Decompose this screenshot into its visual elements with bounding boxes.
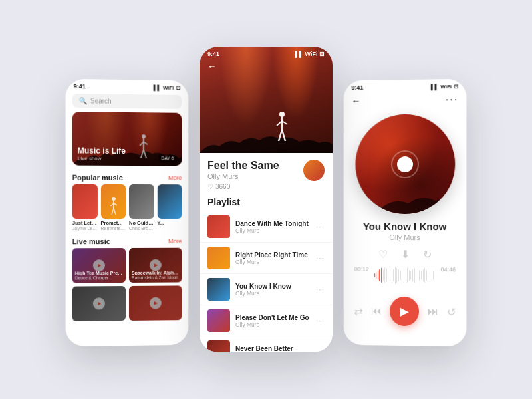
svg-point-6 [112,197,116,201]
p2-track-menu-2[interactable]: ··· [316,253,325,263]
p2-track-item-5[interactable]: Never Been Better Olly Murs ··· [200,336,332,352]
popular-music-grid: Just Let Go Jayme Lessio Prometheus Ramm… [66,184,189,235]
p2-playlist: Dance With Me Tonight Olly Murs ··· Righ… [200,211,332,352]
p3-song-title: You Know I Know [344,221,467,232]
p3-time: 9:41 [352,84,364,91]
track-name-1: Just Let Go [72,220,98,226]
svg-line-10 [112,208,114,215]
search-icon: 🔍 [79,97,87,104]
p3-back-button[interactable]: ← [352,96,361,106]
p2-track-thumb-5 [207,340,230,352]
popular-track-4[interactable]: Y... [157,184,182,231]
p3-play-button[interactable]: ▶ [390,297,420,326]
p3-prev-button[interactable]: ⏮ [371,305,382,317]
svg-line-17 [282,130,285,141]
track-artist-2: Rammstein & [100,226,126,231]
p2-time: 9:41 [207,51,219,57]
phone-now-playing-screen: 9:41 ▌▌WiFi⊡ ← ··· You [344,79,467,346]
p2-track-item-3[interactable]: You Know I Know Olly Murs ··· [200,274,332,305]
p2-track-thumb-4 [207,309,230,332]
p2-track-name-2: Right Place Right Time [235,251,311,259]
p2-track-name-1: Dance With Me Tonight [235,220,311,227]
p2-track-menu-4[interactable]: ··· [316,316,325,325]
p2-track-name-3: You Know I Know [235,283,311,290]
track-name-3: No Guidance [129,220,154,226]
popular-more-btn[interactable]: More [168,174,182,181]
p3-share-icon[interactable]: ↻ [423,248,432,261]
p3-header: ← ··· [344,91,467,110]
p3-like-icon[interactable]: ♡ [378,248,388,261]
p2-track-artist-1: Olly Murs [235,227,311,234]
live-event-1[interactable]: ▶ High Tea Music Presents Deuce & Charge… [72,248,126,283]
live-event-2[interactable]: ▶ Spacewalk In: Alpha Cen Rammstein & Za… [129,248,182,283]
track-name-4: Y... [157,220,182,226]
p3-status-icons: ▌▌WiFi⊡ [431,83,458,90]
p3-action-icons: ♡ ⬇ ↻ [344,241,467,267]
p3-waveform[interactable] [374,266,436,285]
p3-status-bar: 9:41 ▌▌WiFi⊡ [344,79,467,92]
p2-track-name-4: Please Don't Let Me Go [235,314,311,321]
track-artist-1: Jayme Lessio [72,226,98,231]
p3-repeat-button[interactable]: ↺ [447,305,456,318]
popular-track-3[interactable]: No Guidance Chris Brown [129,184,154,231]
likes-count: 3660 [215,183,230,190]
p2-track-item-4[interactable]: Please Don't Let Me Go Olly Murs ··· [200,305,332,336]
p3-total-time: 04:46 [441,266,456,285]
p3-album-disc [355,114,455,214]
track-artist-3: Chris Brown [129,226,154,231]
search-bar[interactable]: 🔍 Search [72,94,182,109]
live-music-grid: ▶ High Tea Music Presents Deuce & Charge… [66,248,189,324]
p2-track-menu-1[interactable]: ··· [316,222,325,231]
live-more-btn[interactable]: More [168,238,182,245]
svg-point-12 [279,112,285,117]
popular-track-2[interactable]: Prometheus Rammstein & [100,184,126,231]
p2-song-title: Feel the Same [207,160,279,172]
p3-time-row: 00:12 04:46 [354,266,456,285]
p3-next-button[interactable]: ⏭ [428,305,438,317]
p2-track-menu-3[interactable]: ··· [316,285,325,294]
status-icons-1: ▌▌WiFi⊡ [154,84,181,90]
p2-status-icons: ▌▌ WiFi ⊡ [295,51,325,57]
live-event-3[interactable]: ▶ [72,286,126,321]
phone-playlist-screen: 9:41 ▌▌ WiFi ⊡ ← Feel the Same Olly Murs… [200,47,332,352]
p2-track-thumb-2 [207,247,230,269]
p2-track-name-5: Never Been Better [235,345,311,352]
p3-current-time: 00:12 [354,266,368,285]
live-section-title: Live music [72,237,110,245]
p3-disc-container [344,108,467,221]
p3-more-button[interactable]: ··· [446,94,458,106]
popular-track-1[interactable]: Just Let Go Jayme Lessio [72,184,98,231]
p2-track-artist-4: Olly Murs [235,321,311,328]
heart-icon: ♡ [207,183,213,190]
p2-track-artist-2: Olly Murs [235,259,311,265]
p3-download-icon[interactable]: ⬇ [401,248,410,261]
hero-banner[interactable]: Music is Life Live show DAY 6 [72,112,182,166]
phone-home-screen: 9:41 ▌▌WiFi⊡ 🔍 Search [66,79,189,346]
p2-track-artist-3: Olly Murs [235,290,311,297]
p2-track-menu-5[interactable]: ··· [316,347,325,352]
live-section-header: Live music More [66,235,189,249]
p2-back-button[interactable]: ← [207,61,217,72]
live-event-4[interactable]: ▶ [129,285,182,321]
track-name-2: Prometheus [100,220,126,226]
p3-song-artist: Olly Murs [344,233,467,241]
p2-track-item-2[interactable]: Right Place Right Time Olly Murs ··· [200,243,332,274]
p2-likes: ♡ 3660 [207,183,279,190]
p2-track-item-1[interactable]: Dance With Me Tonight Olly Murs ··· [200,211,332,243]
status-bar-1: 9:41 ▌▌WiFi⊡ [66,79,189,92]
p2-playlist-title: Playlist [200,194,332,211]
p2-track-artist-5: Olly Murs [235,352,311,353]
p2-song-info: Feel the Same Olly Murs ♡ 3660 [200,153,332,194]
time-1: 9:41 [74,83,86,90]
p3-shuffle-button[interactable]: ⇄ [354,305,363,317]
search-placeholder: Search [90,97,112,104]
popular-section-header: Popular music More [66,171,189,185]
svg-line-11 [114,208,116,215]
svg-line-16 [279,130,282,141]
p2-hero: 9:41 ▌▌ WiFi ⊡ ← [200,47,332,153]
p2-status-bar: 9:41 ▌▌ WiFi ⊡ [200,51,332,57]
p3-progress-area: 00:12 04:46 [344,266,467,293]
p2-track-thumb-3 [207,278,230,301]
popular-section-title: Popular music [72,174,123,182]
hero-day-badge: DAY 6 [158,154,176,162]
